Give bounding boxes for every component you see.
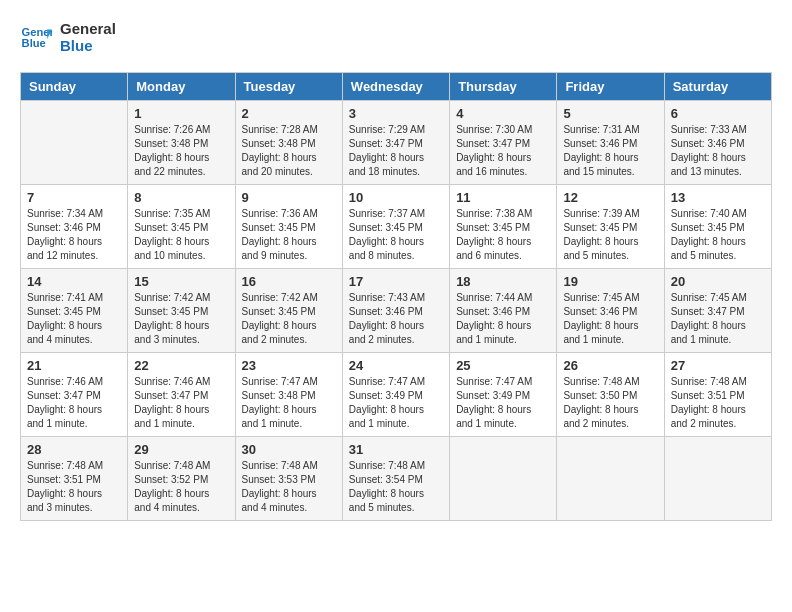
- calendar-cell: 27Sunrise: 7:48 AM Sunset: 3:51 PM Dayli…: [664, 353, 771, 437]
- day-info: Sunrise: 7:33 AM Sunset: 3:46 PM Dayligh…: [671, 123, 765, 179]
- calendar-cell: 4Sunrise: 7:30 AM Sunset: 3:47 PM Daylig…: [450, 101, 557, 185]
- col-header-wednesday: Wednesday: [342, 73, 449, 101]
- day-info: Sunrise: 7:48 AM Sunset: 3:53 PM Dayligh…: [242, 459, 336, 515]
- day-number: 25: [456, 358, 550, 373]
- day-info: Sunrise: 7:40 AM Sunset: 3:45 PM Dayligh…: [671, 207, 765, 263]
- day-number: 24: [349, 358, 443, 373]
- day-number: 19: [563, 274, 657, 289]
- day-number: 20: [671, 274, 765, 289]
- day-number: 30: [242, 442, 336, 457]
- day-number: 28: [27, 442, 121, 457]
- day-number: 23: [242, 358, 336, 373]
- day-info: Sunrise: 7:41 AM Sunset: 3:45 PM Dayligh…: [27, 291, 121, 347]
- day-info: Sunrise: 7:48 AM Sunset: 3:51 PM Dayligh…: [671, 375, 765, 431]
- day-number: 26: [563, 358, 657, 373]
- day-number: 21: [27, 358, 121, 373]
- day-info: Sunrise: 7:42 AM Sunset: 3:45 PM Dayligh…: [134, 291, 228, 347]
- day-number: 17: [349, 274, 443, 289]
- calendar-cell: 10Sunrise: 7:37 AM Sunset: 3:45 PM Dayli…: [342, 185, 449, 269]
- week-row-1: 1Sunrise: 7:26 AM Sunset: 3:48 PM Daylig…: [21, 101, 772, 185]
- calendar-cell: 20Sunrise: 7:45 AM Sunset: 3:47 PM Dayli…: [664, 269, 771, 353]
- calendar-cell: 18Sunrise: 7:44 AM Sunset: 3:46 PM Dayli…: [450, 269, 557, 353]
- day-info: Sunrise: 7:48 AM Sunset: 3:51 PM Dayligh…: [27, 459, 121, 515]
- day-info: Sunrise: 7:44 AM Sunset: 3:46 PM Dayligh…: [456, 291, 550, 347]
- calendar-cell: 25Sunrise: 7:47 AM Sunset: 3:49 PM Dayli…: [450, 353, 557, 437]
- day-info: Sunrise: 7:42 AM Sunset: 3:45 PM Dayligh…: [242, 291, 336, 347]
- week-row-4: 21Sunrise: 7:46 AM Sunset: 3:47 PM Dayli…: [21, 353, 772, 437]
- col-header-sunday: Sunday: [21, 73, 128, 101]
- calendar-cell: 5Sunrise: 7:31 AM Sunset: 3:46 PM Daylig…: [557, 101, 664, 185]
- week-row-3: 14Sunrise: 7:41 AM Sunset: 3:45 PM Dayli…: [21, 269, 772, 353]
- day-number: 1: [134, 106, 228, 121]
- day-number: 6: [671, 106, 765, 121]
- day-info: Sunrise: 7:38 AM Sunset: 3:45 PM Dayligh…: [456, 207, 550, 263]
- calendar-cell: 26Sunrise: 7:48 AM Sunset: 3:50 PM Dayli…: [557, 353, 664, 437]
- header-row: SundayMondayTuesdayWednesdayThursdayFrid…: [21, 73, 772, 101]
- day-info: Sunrise: 7:26 AM Sunset: 3:48 PM Dayligh…: [134, 123, 228, 179]
- calendar-cell: 11Sunrise: 7:38 AM Sunset: 3:45 PM Dayli…: [450, 185, 557, 269]
- day-info: Sunrise: 7:47 AM Sunset: 3:48 PM Dayligh…: [242, 375, 336, 431]
- logo-icon: General Blue: [20, 23, 52, 51]
- calendar-cell: 1Sunrise: 7:26 AM Sunset: 3:48 PM Daylig…: [128, 101, 235, 185]
- day-number: 29: [134, 442, 228, 457]
- calendar-cell: [450, 437, 557, 521]
- calendar-cell: 24Sunrise: 7:47 AM Sunset: 3:49 PM Dayli…: [342, 353, 449, 437]
- calendar-cell: 16Sunrise: 7:42 AM Sunset: 3:45 PM Dayli…: [235, 269, 342, 353]
- day-number: 15: [134, 274, 228, 289]
- day-number: 13: [671, 190, 765, 205]
- col-header-tuesday: Tuesday: [235, 73, 342, 101]
- day-number: 9: [242, 190, 336, 205]
- day-info: Sunrise: 7:36 AM Sunset: 3:45 PM Dayligh…: [242, 207, 336, 263]
- col-header-monday: Monday: [128, 73, 235, 101]
- day-info: Sunrise: 7:48 AM Sunset: 3:52 PM Dayligh…: [134, 459, 228, 515]
- day-info: Sunrise: 7:37 AM Sunset: 3:45 PM Dayligh…: [349, 207, 443, 263]
- calendar-cell: 17Sunrise: 7:43 AM Sunset: 3:46 PM Dayli…: [342, 269, 449, 353]
- day-info: Sunrise: 7:29 AM Sunset: 3:47 PM Dayligh…: [349, 123, 443, 179]
- day-number: 3: [349, 106, 443, 121]
- day-number: 22: [134, 358, 228, 373]
- calendar-cell: [664, 437, 771, 521]
- calendar-cell: 28Sunrise: 7:48 AM Sunset: 3:51 PM Dayli…: [21, 437, 128, 521]
- day-number: 7: [27, 190, 121, 205]
- day-number: 4: [456, 106, 550, 121]
- day-info: Sunrise: 7:28 AM Sunset: 3:48 PM Dayligh…: [242, 123, 336, 179]
- day-info: Sunrise: 7:31 AM Sunset: 3:46 PM Dayligh…: [563, 123, 657, 179]
- calendar-cell: 7Sunrise: 7:34 AM Sunset: 3:46 PM Daylig…: [21, 185, 128, 269]
- day-info: Sunrise: 7:48 AM Sunset: 3:54 PM Dayligh…: [349, 459, 443, 515]
- day-number: 27: [671, 358, 765, 373]
- day-number: 16: [242, 274, 336, 289]
- calendar-cell: 23Sunrise: 7:47 AM Sunset: 3:48 PM Dayli…: [235, 353, 342, 437]
- day-info: Sunrise: 7:39 AM Sunset: 3:45 PM Dayligh…: [563, 207, 657, 263]
- day-info: Sunrise: 7:30 AM Sunset: 3:47 PM Dayligh…: [456, 123, 550, 179]
- calendar-cell: 8Sunrise: 7:35 AM Sunset: 3:45 PM Daylig…: [128, 185, 235, 269]
- day-info: Sunrise: 7:43 AM Sunset: 3:46 PM Dayligh…: [349, 291, 443, 347]
- calendar-table: SundayMondayTuesdayWednesdayThursdayFrid…: [20, 72, 772, 521]
- day-number: 8: [134, 190, 228, 205]
- logo: General Blue General Blue: [20, 20, 116, 54]
- day-number: 14: [27, 274, 121, 289]
- calendar-cell: 29Sunrise: 7:48 AM Sunset: 3:52 PM Dayli…: [128, 437, 235, 521]
- col-header-thursday: Thursday: [450, 73, 557, 101]
- calendar-cell: 30Sunrise: 7:48 AM Sunset: 3:53 PM Dayli…: [235, 437, 342, 521]
- day-info: Sunrise: 7:47 AM Sunset: 3:49 PM Dayligh…: [456, 375, 550, 431]
- calendar-cell: 19Sunrise: 7:45 AM Sunset: 3:46 PM Dayli…: [557, 269, 664, 353]
- day-info: Sunrise: 7:45 AM Sunset: 3:47 PM Dayligh…: [671, 291, 765, 347]
- day-info: Sunrise: 7:45 AM Sunset: 3:46 PM Dayligh…: [563, 291, 657, 347]
- calendar-cell: 13Sunrise: 7:40 AM Sunset: 3:45 PM Dayli…: [664, 185, 771, 269]
- day-number: 31: [349, 442, 443, 457]
- day-number: 10: [349, 190, 443, 205]
- logo-line2: Blue: [60, 37, 116, 54]
- day-info: Sunrise: 7:48 AM Sunset: 3:50 PM Dayligh…: [563, 375, 657, 431]
- calendar-cell: [21, 101, 128, 185]
- day-info: Sunrise: 7:46 AM Sunset: 3:47 PM Dayligh…: [134, 375, 228, 431]
- col-header-saturday: Saturday: [664, 73, 771, 101]
- week-row-5: 28Sunrise: 7:48 AM Sunset: 3:51 PM Dayli…: [21, 437, 772, 521]
- day-number: 5: [563, 106, 657, 121]
- logo-line1: General: [60, 20, 116, 37]
- day-number: 12: [563, 190, 657, 205]
- calendar-cell: 15Sunrise: 7:42 AM Sunset: 3:45 PM Dayli…: [128, 269, 235, 353]
- col-header-friday: Friday: [557, 73, 664, 101]
- page-container: General Blue General Blue SundayMondayTu…: [20, 20, 772, 521]
- calendar-cell: 3Sunrise: 7:29 AM Sunset: 3:47 PM Daylig…: [342, 101, 449, 185]
- calendar-cell: 14Sunrise: 7:41 AM Sunset: 3:45 PM Dayli…: [21, 269, 128, 353]
